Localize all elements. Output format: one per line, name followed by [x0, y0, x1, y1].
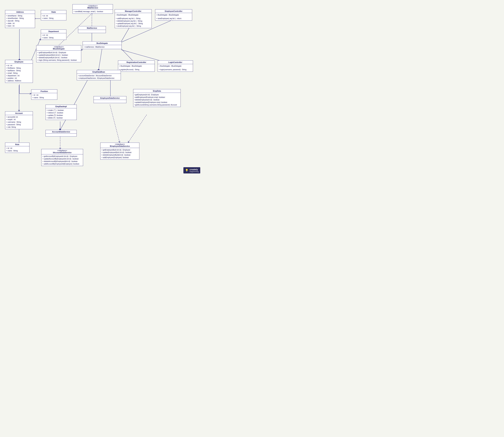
- iemployeedataservice-title: <<interface>> IEmployeeDataService: [100, 143, 139, 148]
- mailservice-class: MailService: [78, 26, 106, 33]
- svg-line-19: [110, 105, 120, 143]
- imailservice-title: <<interface>> IMailService: [73, 4, 113, 10]
- empdata-class: EmpData +getEmployee(int id) : Employee …: [133, 89, 181, 107]
- imailservice-body: + sendMail( message, email ) : boolean: [73, 10, 113, 13]
- employeedataservice-body: [94, 100, 126, 103]
- state-title: State: [41, 10, 66, 14]
- busdelegate-title: BusDelegate: [83, 41, 122, 45]
- employeecontroller-body: + BusDelegate : IBusDelegate + viewEmplo…: [155, 13, 192, 20]
- employeecontroller-class: EmployeeController + BusDelegate : IBusD…: [155, 9, 192, 20]
- accountdataservice-body: [46, 134, 76, 136]
- iemployeedataservice-class: <<interface>> IEmployeeDataService + get…: [100, 143, 139, 160]
- empdatabean-title: EmpDataBean: [77, 70, 121, 74]
- ibusdelegate-body: + getEmployeeById (int id) : Employee + …: [36, 51, 81, 62]
- diagram-container: Address + streetName : String + streetNu…: [0, 0, 202, 175]
- registrationcontroller-title: RegistrationController: [118, 60, 155, 64]
- address-class: Address + streetName : String + streetNu…: [5, 10, 35, 28]
- role-body: + id : int + name : String: [5, 146, 29, 153]
- employee-body: + id : int + firstName : String + lastNa…: [5, 64, 33, 83]
- department-title: Department: [41, 30, 66, 33]
- badge-text: creately Diagramming: [190, 168, 199, 172]
- employeecontroller-title: EmployeeController: [155, 10, 192, 13]
- position-class: Position + id : int + name : String: [31, 89, 57, 100]
- iaccountdataservice-body: + getAccountByEmployeeId (int id) : Empl…: [41, 154, 83, 166]
- accountdataservice-class: AccountDataService: [46, 130, 77, 137]
- empdata-title: EmpData: [133, 89, 181, 93]
- managercontroller-title: ManagerController: [115, 10, 152, 13]
- state-body: + id : int + name : String: [41, 14, 66, 20]
- managercontroller-body: + BusDelegate : IBusDelegate + addEmploy…: [115, 13, 152, 28]
- ibusdelegate-title: <<interface>> IBusDelegate: [36, 45, 81, 51]
- empdaoimpl-class: EmpDaoImpl + create ( T ) : boolean + re…: [46, 105, 77, 120]
- iemployeedataservice-body: + getEmployeeById (int id) : Employee + …: [100, 148, 139, 159]
- empdatabean-body: + accountDataService : IAccountDataServi…: [77, 74, 121, 80]
- bulb-icon: 💡: [185, 169, 189, 172]
- accountdataservice-title: AccountDataService: [46, 130, 76, 134]
- state-class: State + id : int + name : String: [41, 10, 67, 20]
- empdata-body: +getEmployee(int id) : Employee +addEmpl…: [133, 93, 181, 107]
- managercontroller-class: ManagerController + BusDelegate : IBusDe…: [115, 9, 152, 28]
- account-class: Account + accountId: int + empId : int +…: [5, 111, 33, 129]
- account-body: + accountId: int + empId : int + usernam…: [5, 115, 33, 129]
- registrationcontroller-class: RegistrationController + BusDelegate : I…: [118, 60, 155, 72]
- position-body: + id : int + name : String: [31, 93, 57, 99]
- department-body: + id : int + name : String: [41, 33, 66, 40]
- address-body: + streetName : String + streetNumber : S…: [5, 14, 35, 28]
- svg-line-14: [99, 49, 102, 70]
- role-class: Role + id : int + name : String: [5, 143, 29, 153]
- busdelegate-class: BusDelegate + mailService : IMailService: [83, 41, 122, 49]
- iaccountdataservice-title: <<interface>> IAccountDataService: [41, 149, 83, 154]
- logincontroller-body: + BusDelegate : IBusDelegate + login(use…: [158, 64, 193, 71]
- empdaoimpl-title: EmpDaoImpl: [46, 105, 76, 108]
- position-title: Position: [31, 89, 57, 93]
- empdaoimpl-body: + create ( T ) : boolean + retrieve (T :…: [46, 108, 76, 120]
- logincontroller-class: LoginController + BusDelegate : IBusDele…: [158, 60, 193, 72]
- employee-title: Employee: [5, 60, 33, 64]
- logincontroller-title: LoginController: [158, 60, 193, 64]
- busdelegate-body: + mailService : IMailService: [83, 45, 122, 49]
- role-title: Role: [5, 143, 29, 146]
- account-title: Account: [5, 111, 33, 115]
- employeedataservice-title: EmployeeDataService: [94, 96, 126, 100]
- registrationcontroller-body: + BusDelegate : IBusDelegate + register(…: [118, 64, 155, 71]
- employeedataservice-class: EmployeeDataService: [94, 96, 126, 103]
- mailservice-body: [78, 30, 106, 33]
- svg-line-16: [60, 77, 89, 130]
- creately-badge: 💡 creately Diagramming: [183, 167, 200, 173]
- employee-class: Employee + id : int + firstName : String…: [5, 60, 33, 83]
- iaccountdataservice-class: <<interface>> IAccountDataService + getA…: [41, 149, 83, 166]
- address-title: Address: [5, 10, 35, 14]
- imailservice-class: <<interface>> IMailService + sendMail( m…: [73, 4, 113, 14]
- svg-line-20: [128, 115, 147, 143]
- mailservice-title: MailService: [78, 26, 106, 30]
- department-class: Department + id : int + name : String: [41, 30, 67, 40]
- empdatabean-class: EmpDataBean + accountDataService : IAcco…: [77, 70, 121, 80]
- ibusdelegate-class: <<interface>> IBusDelegate + getEmployee…: [36, 45, 81, 62]
